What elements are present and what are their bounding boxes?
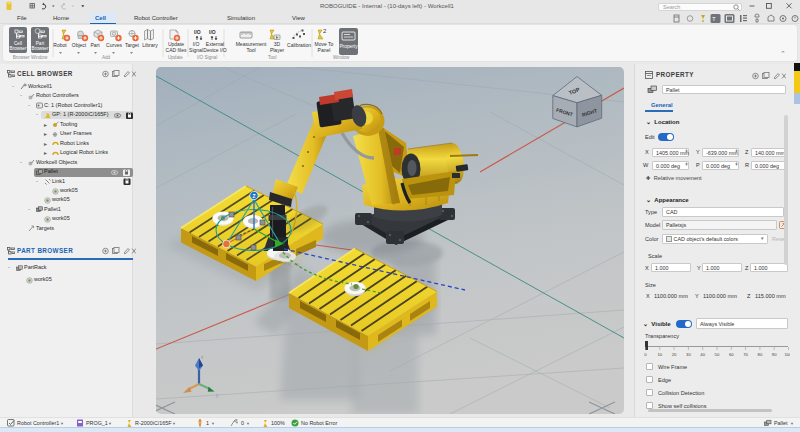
svg-text:30: 30 xyxy=(686,352,691,357)
svg-text:T: T xyxy=(712,16,716,22)
svg-text:Browser: Browser xyxy=(32,46,49,51)
svg-text:50: 50 xyxy=(715,352,720,357)
svg-text:0: 0 xyxy=(644,352,647,357)
svg-text:90: 90 xyxy=(772,352,777,357)
svg-text:Property: Property xyxy=(339,44,358,49)
svg-text:I/O: I/O xyxy=(209,29,216,35)
svg-text:70: 70 xyxy=(743,352,748,357)
svg-text:Z: Z xyxy=(252,193,255,199)
svg-text:20: 20 xyxy=(672,352,677,357)
svg-text:I/O: I/O xyxy=(194,29,201,35)
svg-text:Browser: Browser xyxy=(10,46,27,51)
svg-text:2: 2 xyxy=(323,28,327,34)
svg-text:80: 80 xyxy=(758,352,763,357)
svg-text:10: 10 xyxy=(657,352,662,357)
svg-text:60: 60 xyxy=(729,352,734,357)
svg-text:40: 40 xyxy=(700,352,705,357)
